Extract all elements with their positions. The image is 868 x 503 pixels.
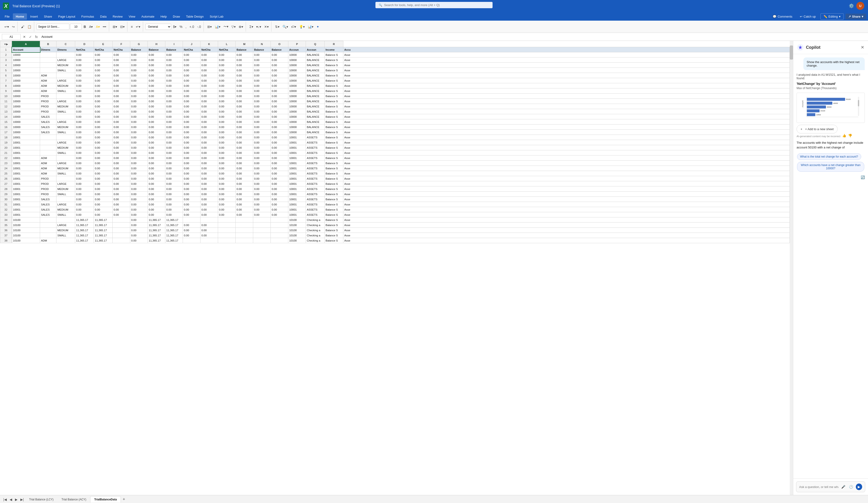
cell[interactable]: 0.00 — [183, 130, 200, 135]
cell[interactable]: 10000 — [288, 114, 306, 119]
col-header-G[interactable]: G — [130, 41, 148, 47]
cell[interactable]: 0.00 — [94, 88, 113, 93]
cell[interactable]: 0.00 — [200, 187, 218, 192]
cell[interactable]: ASSETS — [306, 171, 324, 176]
cell[interactable]: 0.00 — [236, 99, 253, 104]
cell[interactable]: 0.00 — [271, 202, 288, 207]
cell[interactable]: 0.00 — [183, 78, 200, 83]
col-header-N[interactable]: N — [253, 41, 271, 47]
col-header-B[interactable]: B — [40, 41, 56, 47]
cell[interactable]: 0.00 — [113, 68, 130, 73]
cell[interactable] — [236, 233, 253, 238]
cell[interactable]: 0.00 — [130, 202, 148, 207]
cell[interactable]: 0.00 — [130, 238, 148, 243]
cell[interactable]: 0.00 — [183, 176, 200, 181]
cell[interactable]: Asse — [343, 130, 790, 135]
sheet-tab-1[interactable]: Trial Balance (LCY) — [25, 496, 58, 503]
thumbs-up-button[interactable]: 👍 — [842, 134, 846, 138]
cell[interactable]: Balance S — [324, 83, 343, 88]
cell[interactable]: 0.00 — [253, 150, 271, 155]
cell[interactable]: SMALL — [56, 150, 75, 155]
cell[interactable]: 0.00 — [271, 176, 288, 181]
cell[interactable]: 10100 — [12, 228, 40, 233]
menu-file[interactable]: File — [2, 13, 12, 20]
cell[interactable]: Asse — [343, 83, 790, 88]
cell[interactable]: Asse — [343, 99, 790, 104]
cell[interactable]: 0.00 — [271, 197, 288, 202]
cell[interactable]: 10000 — [288, 104, 306, 109]
cell[interactable]: 0.00 — [218, 130, 236, 135]
cell[interactable]: 0.00 — [236, 109, 253, 114]
cell[interactable]: 0.00 — [236, 63, 253, 68]
col-header-I[interactable]: I — [165, 41, 183, 47]
cell[interactable]: 10001 — [288, 212, 306, 218]
fill-button[interactable]: ▾↓▾ — [255, 24, 262, 29]
col-header-E[interactable]: E — [94, 41, 113, 47]
cell[interactable]: 0.00 — [271, 192, 288, 197]
cell[interactable]: Dimens — [56, 47, 75, 52]
cell[interactable]: SMALL — [56, 68, 75, 73]
col-header-O[interactable]: O — [271, 41, 288, 47]
cell[interactable] — [271, 218, 288, 222]
sheet-nav-first[interactable]: |◀ — [2, 497, 8, 502]
col-header-C[interactable]: C — [56, 41, 75, 47]
cell[interactable]: 0.00 — [253, 124, 271, 130]
cell[interactable]: 0.00 — [75, 197, 94, 202]
cell[interactable]: SMALL — [56, 171, 75, 176]
cell[interactable]: Checking a — [306, 218, 324, 222]
cell[interactable]: 0.00 — [218, 88, 236, 93]
cell[interactable]: 0.00 — [75, 192, 94, 197]
cell[interactable]: ASSETS — [306, 192, 324, 197]
menu-insert[interactable]: Insert — [28, 13, 41, 20]
cell[interactable]: 0.00 — [94, 197, 113, 202]
cell[interactable]: BALANCE — [306, 130, 324, 135]
cell[interactable]: 10100 — [288, 238, 306, 243]
cell[interactable]: 0.00 — [218, 166, 236, 171]
cell[interactable]: BALANCE — [306, 52, 324, 58]
cell[interactable]: SALES — [40, 130, 56, 135]
cell[interactable]: 0.00 — [236, 124, 253, 130]
cell[interactable]: 0.00 — [253, 181, 271, 187]
cell[interactable]: 0.00 — [183, 192, 200, 197]
cell[interactable]: 0.00 — [113, 187, 130, 192]
menu-page-layout[interactable]: Page Layout — [55, 13, 78, 20]
cell[interactable]: MEDIUM — [56, 207, 75, 212]
cell[interactable]: 0.00 — [183, 187, 200, 192]
cell[interactable]: 0.00 — [218, 99, 236, 104]
cell[interactable]: 11,365.17 — [75, 233, 94, 238]
cell[interactable] — [56, 52, 75, 58]
cell[interactable]: 0.00 — [130, 140, 148, 145]
cell[interactable]: 0.00 — [200, 68, 218, 73]
cell[interactable]: Asse — [343, 238, 790, 243]
cell[interactable]: 0.00 — [130, 166, 148, 171]
cell[interactable]: 0.00 — [200, 166, 218, 171]
cell[interactable]: Balance S — [324, 99, 343, 104]
cell[interactable]: Balance S — [324, 233, 343, 238]
cell[interactable]: 10000 — [288, 58, 306, 63]
cell[interactable]: 0.00 — [218, 119, 236, 124]
cell[interactable] — [56, 135, 75, 140]
cell[interactable] — [40, 145, 56, 150]
cell[interactable]: 10000 — [288, 93, 306, 99]
cell[interactable]: 0.00 — [94, 207, 113, 212]
cell[interactable]: 0.00 — [271, 109, 288, 114]
cell[interactable]: Asse — [343, 233, 790, 238]
cell[interactable]: 0.00 — [94, 202, 113, 207]
filter-button[interactable]: ▽▾ — [230, 24, 237, 29]
mic-button[interactable]: 🎤 — [840, 484, 846, 490]
cell[interactable]: 0.00 — [200, 104, 218, 109]
cell[interactable]: 0.00 — [165, 104, 183, 109]
cell[interactable]: Checking a — [306, 238, 324, 243]
cell[interactable] — [253, 228, 271, 233]
cell[interactable]: 0.00 — [253, 68, 271, 73]
cell[interactable]: Asse — [343, 218, 790, 222]
cell[interactable]: Asse — [343, 114, 790, 119]
cell[interactable]: 0.00 — [75, 155, 94, 161]
cell[interactable] — [40, 228, 56, 233]
cell[interactable]: Checking a — [306, 233, 324, 238]
sensitivity-button[interactable]: 🏷▾ — [290, 24, 297, 29]
cell[interactable]: 10000 — [288, 130, 306, 135]
cell[interactable]: 0.00 — [94, 114, 113, 119]
cell[interactable]: 0.00 — [218, 207, 236, 212]
menu-draw[interactable]: Draw — [170, 13, 183, 20]
